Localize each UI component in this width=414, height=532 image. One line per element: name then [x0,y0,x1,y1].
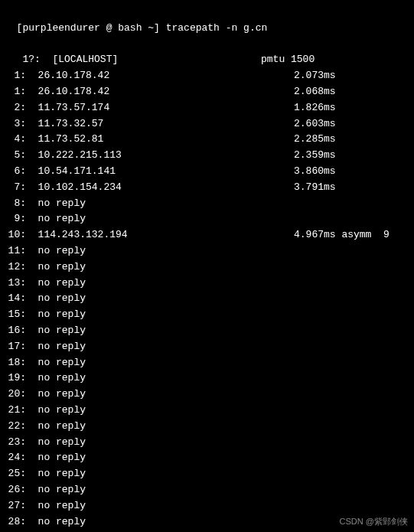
hop-number: 15: [5,307,26,323]
hop-time: 2.068ms [294,84,336,100]
hop-number: 23: [5,435,26,451]
hop-time: 2.285ms [294,132,336,148]
hop-row: 17: no reply [5,339,409,355]
hop-row: 7: 10.102.154.2343.791ms [5,180,409,196]
hop-host: no reply [38,277,86,289]
hop-row: 11: no reply [5,243,409,259]
hop-host: no reply [38,308,86,320]
hop-row: 13: no reply [5,276,409,292]
hop-host: 10.102.154.234 [38,181,122,193]
hop-number: 27: [5,498,26,514]
hop-row: 22: no reply [5,419,409,435]
hop-host: 114.243.132.194 [38,229,128,240]
prompt-user: purpleendurer [22,22,99,34]
hop-host: 11.73.52.81 [38,133,104,145]
hop-number: 5: [5,148,26,164]
hop-number: 4: [5,132,26,148]
hop-number: 17: [5,339,26,355]
hop-row: 27: no reply [5,498,409,514]
hop-number: 11: [5,243,26,259]
hop-number: 8: [5,196,26,212]
hop-number: 13: [5,276,26,292]
prompt-path: ~ [148,22,154,34]
hop-number: 21: [5,403,26,419]
hop-number: 25: [5,466,26,482]
hop-row: 23: no reply [5,435,409,451]
hop-time: 3.860ms [294,164,336,180]
hop-time: 2.073ms [294,68,336,84]
hop-row: 1: 26.10.178.422.068ms [5,84,409,100]
hop-time: 1.826ms [294,100,336,116]
hop-host: no reply [38,388,86,400]
hop-time: 2.603ms [294,116,336,132]
hop-host: no reply [38,245,86,256]
first-hop-info: pmtu 1500 [261,52,315,68]
hop-number: 2: [5,100,26,116]
hop-host: no reply [38,213,86,224]
hop-number: 14: [5,291,26,307]
hop-row: 5: 10.222.215.1132.359ms [5,148,409,164]
hop-host: no reply [38,500,86,511]
hop-host: no reply [38,468,86,479]
hop-host: 26.10.178.42 [38,86,110,97]
hop-number: 7: [5,180,26,196]
hop-row: 19: no reply [5,370,409,387]
hop-row: 4: 11.73.52.812.285ms [5,132,409,148]
hop-number: 6: [5,164,26,180]
hop-number: 10: [5,227,26,243]
hop-time: 4.967ms asymm 9 [294,227,390,243]
hop-row: 15: no reply [5,307,409,323]
hop-host: 11.73.32.57 [38,118,104,129]
hop-host: no reply [38,292,86,304]
prompt-shell: bash [118,22,142,34]
hop-number: 28: [5,514,26,530]
hop-row: 2: 11.73.57.1741.826ms [5,100,409,116]
hop-host: 26.10.178.42 [38,70,110,81]
hop-row: 9: no reply [5,211,409,227]
hop-time: 3.791ms [294,180,336,196]
hop-host: no reply [38,261,86,273]
hop-host: no reply [38,372,86,383]
hop-host: 10.222.215.113 [38,149,122,161]
hop-host: 10.54.171.141 [38,165,116,177]
hop-row: 12: no reply [5,259,409,276]
hop-row: 14: no reply [5,291,409,307]
hop-number: 18: [5,355,26,371]
hop-number: 19: [5,370,26,387]
hop-host: no reply [38,420,86,432]
hop-row: 10: 114.243.132.1944.967ms asymm 9 [5,227,409,243]
watermark: CSDN @紫郢剑侠 [340,515,408,529]
hop-row: 8: no reply [5,196,409,212]
hop-host: no reply [38,325,86,336]
command-text: tracepath -n g.cn [166,22,268,34]
hop-time: 2.359ms [294,148,336,164]
hop-number: 24: [5,450,26,466]
hop-row: 25: no reply [5,466,409,482]
prompt-sep: @ [100,22,118,34]
hop-host: 11.73.57.174 [38,102,110,113]
hop-number: 1: [5,84,26,100]
hop-row: 1: 26.10.178.422.073ms [5,68,409,84]
hop-number: 20: [5,387,26,403]
hop-host: no reply [38,516,86,527]
hop-row: 26: no reply [5,482,409,498]
hop-host: no reply [38,341,86,352]
hop-number: 1: [5,68,26,84]
hop-row: 18: no reply [5,355,409,371]
hop-host: no reply [38,452,86,463]
first-hop-num: 1?: [22,54,40,65]
hop-host: no reply [38,484,86,495]
hop-row: 21: no reply [5,403,409,419]
prompt-close: ] [154,22,166,34]
hops-list: 1: 26.10.178.422.073ms1: 26.10.178.422.0… [5,68,409,532]
first-hop-host: [LOCALHOST] [52,54,118,65]
hop-host: no reply [38,436,86,448]
hop-number: 26: [5,482,26,498]
command-prompt-line: [purpleendurer @ bash ~] tracepath -n g.… [5,5,409,37]
first-hop-line: 1?: [LOCALHOST]pmtu 1500 [5,37,409,69]
hop-host: no reply [38,404,86,416]
hop-host: no reply [38,357,86,368]
hop-row: 20: no reply [5,387,409,403]
hop-row: 6: 10.54.171.1413.860ms [5,164,409,180]
hop-row: 24: no reply [5,450,409,466]
